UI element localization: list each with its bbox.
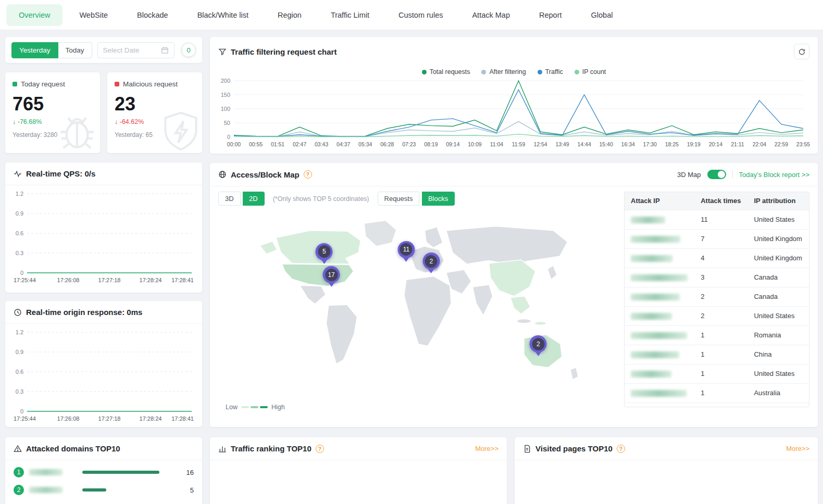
warning-triangle-icon xyxy=(14,445,22,453)
attack-table-column-header: Attack IP xyxy=(625,192,694,210)
map-card-title: Access/Block Map xyxy=(231,170,300,179)
attack-table-row: 1Australia xyxy=(625,384,809,403)
svg-text:150: 150 xyxy=(221,92,230,98)
traffic-ranking-more-link[interactable]: More>> xyxy=(475,445,498,452)
attack-table-head: Attack IPAttack timesIP attribution xyxy=(625,192,809,210)
svg-text:04:37: 04:37 xyxy=(336,141,350,147)
select-date-placeholder: Select Date xyxy=(103,46,140,54)
legend-gradient-segment xyxy=(241,406,249,408)
legend-item: Traffic xyxy=(538,68,563,75)
legend-label: After filtering xyxy=(489,68,526,75)
traffic-filter-chart: 05010015020000:0000:5501:5102:4703:4304:… xyxy=(215,77,813,150)
qps-card-title: Real-time QPS: 0/s xyxy=(26,169,95,178)
bottom-row: Traffic ranking TOP10 ? More>> Visited p… xyxy=(210,437,818,504)
attack-ip-cell xyxy=(625,249,694,268)
attack-times-cell: 1 xyxy=(694,326,747,345)
map-3d-toggle[interactable] xyxy=(707,170,726,179)
svg-text:18:25: 18:25 xyxy=(665,141,679,147)
svg-text:11:59: 11:59 xyxy=(512,141,526,147)
map-pin[interactable]: 17 xyxy=(323,266,340,287)
visited-pages-more-link[interactable]: More>> xyxy=(786,445,809,452)
attacked-domains-header: Attacked domains TOP10 xyxy=(5,437,202,460)
map-pin[interactable]: 2 xyxy=(422,253,440,273)
attack-table-row: 2United States xyxy=(625,307,809,326)
shield-bolt-icon xyxy=(159,108,202,153)
visited-pages-title: Visited pages TOP10 xyxy=(535,444,613,453)
map-pin-head: 2 xyxy=(530,335,547,352)
map-pin-count: 5 xyxy=(318,245,330,258)
attacked-domains-title: Attacked domains TOP10 xyxy=(26,444,120,453)
map-help-icon[interactable]: ? xyxy=(304,170,312,179)
nav-tab-global[interactable]: Global xyxy=(579,4,626,26)
svg-text:17:28:41: 17:28:41 xyxy=(171,277,194,283)
legend-gradient-segment xyxy=(251,406,258,408)
svg-text:14:44: 14:44 xyxy=(577,141,591,147)
legend-label: IP count xyxy=(582,68,606,75)
svg-text:07:23: 07:23 xyxy=(402,141,416,147)
ip-attribution-cell: United States xyxy=(747,307,809,326)
attack-ip-cell xyxy=(625,287,694,307)
stats-row: Today request 765 ↓ -76.68% Yesterday: 3… xyxy=(5,72,202,153)
redacted-ip xyxy=(631,274,688,281)
ip-attribution-cell: United States xyxy=(747,364,809,384)
map-pin[interactable]: 11 xyxy=(397,241,415,262)
nav-tabs: OverviewWebSiteBlockadeBlack/White listR… xyxy=(6,4,625,26)
traffic-ranking-card: Traffic ranking TOP10 ? More>> xyxy=(210,437,507,504)
legend-item: Total requests xyxy=(422,68,470,75)
today-button[interactable]: Today xyxy=(58,42,92,58)
svg-text:17:25:44: 17:25:44 xyxy=(14,415,36,422)
globe-icon xyxy=(218,170,227,179)
right-column: Traffic filtering request chart Total re… xyxy=(210,37,818,504)
yesterday-button[interactable]: Yesterday xyxy=(11,42,58,58)
nav-tab-website[interactable]: WebSite xyxy=(67,4,120,26)
top-nav: OverviewWebSiteBlockadeBlack/White listR… xyxy=(0,0,823,30)
legend-dot xyxy=(481,70,486,74)
nav-tab-report[interactable]: Report xyxy=(527,4,575,26)
domain-bar-fill xyxy=(82,471,159,474)
svg-text:100: 100 xyxy=(221,106,230,112)
nav-tab-blockade[interactable]: Blockade xyxy=(124,4,181,26)
map-2d-button[interactable]: 2D xyxy=(243,192,265,206)
legend-high-label: High xyxy=(271,404,285,411)
redacted-ip xyxy=(631,217,665,223)
block-report-link[interactable]: Today's Block report >> xyxy=(739,171,809,179)
refresh-button[interactable] xyxy=(794,44,809,59)
attack-ip-table[interactable]: Attack IPAttack timesIP attribution 11Un… xyxy=(624,192,809,407)
blocks-button[interactable]: Blocks xyxy=(422,192,455,206)
attack-ip-cell xyxy=(625,345,694,364)
svg-text:0: 0 xyxy=(227,134,230,140)
svg-text:00:55: 00:55 xyxy=(249,141,263,147)
map-pin-head: 17 xyxy=(323,266,340,283)
traffic-ranking-title: Traffic ranking TOP10 xyxy=(231,444,311,453)
nav-tab-custom-rules[interactable]: Custom rules xyxy=(386,4,455,26)
nav-tab-region[interactable]: Region xyxy=(265,4,314,26)
svg-text:0: 0 xyxy=(20,270,23,276)
visited-pages-help-icon[interactable]: ? xyxy=(617,445,625,453)
visited-pages-card: Visited pages TOP10 ? More>> xyxy=(515,437,818,504)
map-pin-tail xyxy=(534,351,542,356)
svg-text:09:14: 09:14 xyxy=(446,141,459,147)
nav-tab-traffic-limit[interactable]: Traffic Limit xyxy=(318,4,382,26)
requests-button[interactable]: Requests xyxy=(378,192,420,206)
ip-attribution-cell: United Kingdom xyxy=(747,249,809,268)
map-pin[interactable]: 5 xyxy=(316,243,333,264)
document-icon xyxy=(523,445,531,453)
map-pin[interactable]: 2 xyxy=(530,335,547,356)
map-3d-button[interactable]: 3D xyxy=(218,192,241,206)
nav-tab-overview[interactable]: Overview xyxy=(6,4,63,26)
nav-tab-attack-map[interactable]: Attack Map xyxy=(459,4,522,26)
attack-times-cell: 2 xyxy=(694,307,747,326)
svg-text:17:26:08: 17:26:08 xyxy=(57,415,80,422)
svg-text:11:04: 11:04 xyxy=(490,141,504,147)
nav-tab-black-white-list[interactable]: Black/White list xyxy=(185,4,261,26)
map-pin-head: 5 xyxy=(316,243,333,260)
rank-badge: 1 xyxy=(14,467,24,477)
notification-badge[interactable]: 0 xyxy=(181,43,196,57)
select-date-input[interactable]: Select Date xyxy=(97,42,174,58)
map-pin-count: 2 xyxy=(532,338,544,350)
redacted-domain xyxy=(29,487,63,493)
map-pin-count: 2 xyxy=(425,255,438,268)
svg-text:02:47: 02:47 xyxy=(293,141,306,147)
world-map[interactable]: 5171122 xyxy=(239,210,595,402)
traffic-ranking-help-icon[interactable]: ? xyxy=(316,445,324,453)
